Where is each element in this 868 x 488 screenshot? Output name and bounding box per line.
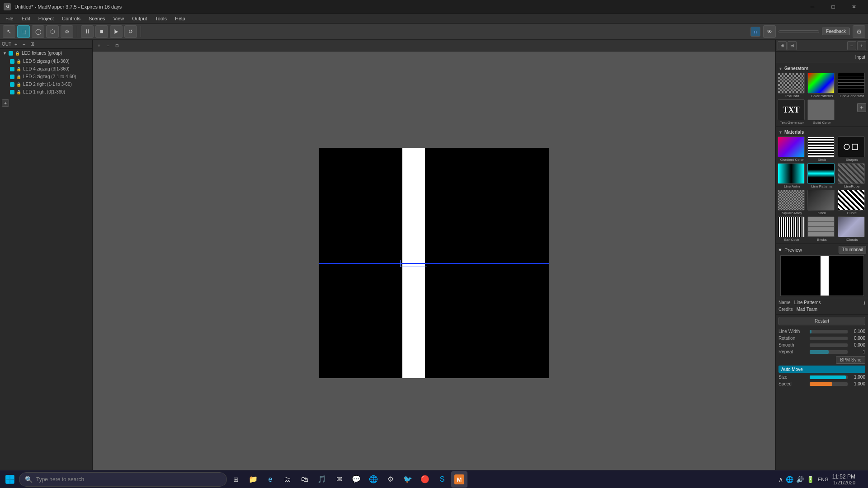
menu-file[interactable]: File xyxy=(2,15,17,22)
fixture-group[interactable]: ▼ 🔒 LED fixtures (group) xyxy=(0,49,92,57)
taskbar-settings-icon[interactable]: ⚙ xyxy=(382,471,399,488)
fixture-led1[interactable]: 🔒 LED 1 right (0|1-360) xyxy=(0,88,92,96)
menu-edit[interactable]: Edit xyxy=(18,15,34,22)
repeat-slider[interactable] xyxy=(810,350,848,354)
mat-siren[interactable]: Siren xyxy=(807,190,836,215)
add-item-button[interactable]: + xyxy=(2,99,9,107)
network-icon[interactable]: 🌐 xyxy=(786,476,793,483)
menu-project[interactable]: Project xyxy=(35,15,57,22)
taskbar-app2-icon[interactable]: 🔴 xyxy=(417,471,433,488)
close-button[interactable]: ✕ xyxy=(844,0,864,14)
bpm-sync-button[interactable]: BPM Sync xyxy=(836,356,865,364)
maximize-button[interactable]: □ xyxy=(823,0,844,14)
info-button[interactable]: ℹ xyxy=(863,300,865,306)
fit-view-button[interactable]: ⊡ xyxy=(113,42,121,49)
gen-textcard[interactable]: TextCard xyxy=(778,73,806,98)
tray-expand-icon[interactable]: ∧ xyxy=(778,476,783,483)
mat-linerope[interactable]: LineRope xyxy=(838,163,866,188)
n-icon[interactable]: n xyxy=(750,27,760,37)
fixture-dot xyxy=(10,75,14,79)
taskbar-chrome-icon[interactable]: 🌐 xyxy=(365,471,382,488)
fixture-expand-button[interactable]: ⊞ xyxy=(28,41,36,48)
remove-fixture-button[interactable]: − xyxy=(20,41,28,48)
thumbnail-button[interactable]: Thumbnail xyxy=(839,246,866,253)
rect-tool[interactable]: ⬚ xyxy=(17,25,30,38)
taskbar-store-icon[interactable]: 🛍 xyxy=(297,471,313,488)
stop-button[interactable]: ■ xyxy=(95,25,108,38)
menu-controls[interactable]: Controls xyxy=(58,15,84,22)
mat-barcode[interactable]: Bar Code xyxy=(778,216,806,242)
clock[interactable]: 11:52 PM 1/21/2020 xyxy=(832,474,855,485)
battery-icon[interactable]: 🔋 xyxy=(807,476,814,483)
fixture-led3[interactable]: 🔒 LED 3 zigzag (2-1 to 4-60) xyxy=(0,73,92,80)
menu-view[interactable]: View xyxy=(110,15,128,22)
mat-curve[interactable]: Curve xyxy=(838,190,866,215)
polygon-tool[interactable]: ⬡ xyxy=(46,25,59,38)
viewport[interactable] xyxy=(93,52,775,474)
pause-button[interactable]: ⏸ xyxy=(81,25,94,38)
toolbar-btn-5[interactable]: ⚙ xyxy=(61,25,73,38)
menu-tools[interactable]: Tools xyxy=(151,15,170,22)
refresh-button[interactable]: ↺ xyxy=(124,25,137,38)
menu-help[interactable]: Help xyxy=(171,15,189,22)
taskbar-mail-icon[interactable]: ✉ xyxy=(331,471,347,488)
taskbar-whatsapp-icon[interactable]: 💬 xyxy=(348,471,364,488)
preview-expand-icon[interactable]: ▼ xyxy=(778,247,783,253)
menu-scenes[interactable]: Scenes xyxy=(85,15,109,22)
linewidth-slider[interactable] xyxy=(810,330,848,333)
mat-bricks[interactable]: Bricks xyxy=(807,216,836,242)
taskbar-folder-icon[interactable]: 🗂 xyxy=(279,471,296,488)
gen-solidcolor[interactable]: Solid Color xyxy=(807,99,836,125)
gen-add-button[interactable]: + xyxy=(857,103,866,112)
generators-expand-icon[interactable]: ▼ xyxy=(778,66,783,71)
right-panel-btn2[interactable]: ⊟ xyxy=(788,41,797,50)
zoom-in-button[interactable]: + xyxy=(95,42,103,49)
menu-output[interactable]: Output xyxy=(128,15,151,22)
mat-lineanim[interactable]: Line Anim xyxy=(778,163,806,188)
volume-icon[interactable]: 🔊 xyxy=(796,476,804,483)
mat-squarearray[interactable]: SquareArray xyxy=(778,190,806,215)
add-fixture-button[interactable]: + xyxy=(12,41,19,48)
mat-shapes[interactable]: Shapes xyxy=(838,136,866,162)
circle-tool[interactable]: ◯ xyxy=(32,25,44,38)
settings-icon[interactable]: ⚙ xyxy=(853,25,865,38)
speed-slider[interactable] xyxy=(810,382,848,386)
taskbar-files-icon[interactable]: 📁 xyxy=(245,471,261,488)
taskbar-skype-icon[interactable]: S xyxy=(434,471,450,488)
mat-iclouds[interactable]: iClouds xyxy=(838,216,866,242)
automove-bar[interactable]: Auto Move xyxy=(778,366,865,373)
fixture-led2[interactable]: 🔒 LED 2 right (1-1 to 3-60) xyxy=(0,80,92,88)
eye-icon[interactable]: 👁 xyxy=(763,25,776,38)
rotation-slider[interactable] xyxy=(810,337,848,340)
mat-linepatterns[interactable]: Line Patterns xyxy=(807,163,836,188)
restart-button[interactable]: Restart xyxy=(778,317,865,325)
right-panel-btn1[interactable]: ⊞ xyxy=(778,41,787,50)
right-panel-btn3[interactable]: − xyxy=(847,41,856,50)
taskbar-madmapper-icon[interactable]: M xyxy=(451,471,467,488)
feedback-button[interactable]: Feedback xyxy=(822,28,850,35)
taskbar-app1-icon[interactable]: 🐦 xyxy=(400,471,416,488)
gen-colorpatterns[interactable]: ColorPatterns xyxy=(807,73,836,98)
taskbar-music-icon[interactable]: 🎵 xyxy=(314,471,330,488)
gen-gridgenerator[interactable]: Grid-Generator xyxy=(838,73,866,98)
taskbar-edge-icon[interactable]: e xyxy=(262,471,278,488)
select-tool[interactable]: ↖ xyxy=(3,25,15,38)
single-step-button[interactable]: |▶ xyxy=(110,25,123,38)
taskview-button[interactable]: ⊞ xyxy=(228,471,244,488)
speed-value: 1.000 xyxy=(849,381,865,386)
smooth-slider[interactable] xyxy=(810,343,848,347)
minimize-button[interactable]: ─ xyxy=(802,0,823,14)
fixture-led5[interactable]: 🔒 LED 5 zigzag (4|1-360) xyxy=(0,57,92,65)
start-button[interactable] xyxy=(2,471,18,488)
right-panel-btn4[interactable]: + xyxy=(857,41,866,50)
mat-strob-thumb xyxy=(807,136,835,157)
gen-txt[interactable]: TXT Text Generator xyxy=(778,99,806,125)
mat-strob[interactable]: Strob xyxy=(807,136,836,162)
zoom-out-button[interactable]: − xyxy=(104,42,112,49)
output-dropdown[interactable] xyxy=(778,30,819,33)
search-bar[interactable]: 🔍 Type here to search xyxy=(19,472,227,487)
materials-expand-icon[interactable]: ▼ xyxy=(778,130,783,135)
fixture-led4[interactable]: 🔒 LED 4 zigzag (3|1-360) xyxy=(0,65,92,73)
size-slider[interactable] xyxy=(810,375,848,379)
mat-gradient-color[interactable]: Gradient Color xyxy=(778,136,806,162)
